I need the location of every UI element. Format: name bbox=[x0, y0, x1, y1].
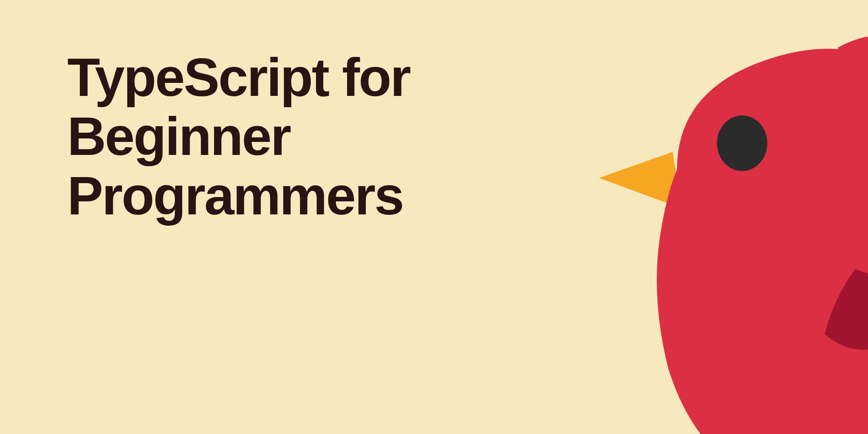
bird-illustration bbox=[477, 0, 868, 434]
bird-icon bbox=[477, 22, 868, 434]
svg-point-0 bbox=[717, 115, 767, 171]
hero-title: TypeScript forBeginnerProgrammers bbox=[67, 48, 410, 225]
